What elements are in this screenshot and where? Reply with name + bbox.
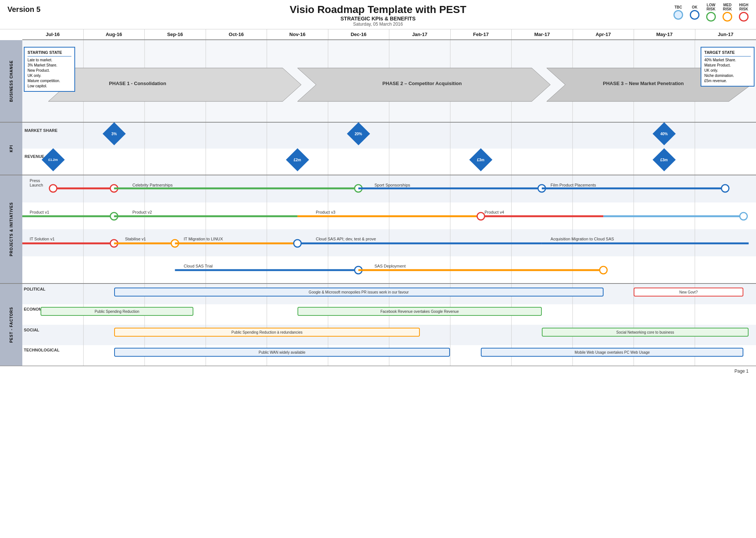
starting-state-line1: Late to market. <box>28 58 71 63</box>
month-jul16: Jul-16 <box>22 29 84 39</box>
timeline-header: Jul-16 Aug-16 Sep-16 Oct-16 Nov-16 Dec-1… <box>22 29 756 40</box>
legend-tbc: TBC <box>673 5 683 20</box>
pest-label: PEST - FACTORS <box>9 307 13 343</box>
projects-content: PressLaunch Celebrity Partnerships Sport… <box>22 175 756 283</box>
sas-deployment-label: SAS Deployment <box>374 264 406 268</box>
cloud-sas-trial-label: Cloud SAS Trial <box>184 264 213 268</box>
target-state-title: TARGET STATE <box>704 50 751 56</box>
target-state-box: TARGET STATE 40% Market Share. Mature Pr… <box>701 47 755 87</box>
legend: TBC OK LOWRISK MEDRISK HIGHRISK <box>673 3 749 22</box>
header-title: Visio Roadmap Template with PEST <box>7 4 749 16</box>
legend-ok: OK <box>690 5 699 20</box>
kpi-content: MARKET SHARE REVENUE 3% 20% 40% £1.2m £2… <box>22 123 756 175</box>
target-state-line2: Mature Product. <box>704 63 751 68</box>
starting-state-line4: UK only. <box>28 73 71 78</box>
month-dec16: Dec-16 <box>328 29 390 39</box>
product-v2-label: Product v2 <box>132 210 152 214</box>
stabilise-label: Stabilise v1 <box>125 237 146 241</box>
kpi-label-col: KPI <box>0 123 22 175</box>
month-mar17: Mar-17 <box>512 29 573 39</box>
market-share-label: MARKET SHARE <box>25 128 58 133</box>
legend-high-risk: HIGHRISK <box>739 3 749 22</box>
pest-tech-mobile: Mobile Web Usage overtakes PC Web Usage <box>481 348 743 357</box>
month-may17: May-17 <box>634 29 695 39</box>
product-v1-label: Product v1 <box>30 210 49 214</box>
starting-state-line6: Low capitol. <box>28 84 71 89</box>
legend-med-risk: MEDRISK <box>723 3 732 22</box>
pest-tech-wan: Public WAN widely available <box>114 348 450 357</box>
kpi-section: KPI MARKET SHARE <box>0 123 756 175</box>
legend-low-risk: LOWRISK <box>706 3 716 22</box>
svg-marker-11 <box>48 68 301 101</box>
target-state-line1: 40% Market Share. <box>704 58 751 63</box>
acquisition-migration-label: Acquisition Migration to Cloud SAS <box>551 237 614 241</box>
sport-sponsorships-label: Sport Sponsorships <box>374 183 410 187</box>
press-launch-label: PressLaunch <box>30 178 43 187</box>
it-migration-label: IT Migration to LINUX <box>184 237 223 241</box>
kpi-label: KPI <box>9 145 13 152</box>
revenue-label: REVENUE <box>25 154 44 159</box>
business-change-section: BUSINESS CHANGE STARTING STATE Late to <box>0 40 756 123</box>
pest-section: PEST - FACTORS POLIT <box>0 284 756 366</box>
svg-point-53 <box>477 213 485 220</box>
header: Version 5 Visio Roadmap Template with PE… <box>0 0 756 29</box>
svg-text:PHASE 2 – Competitor Acquisiti: PHASE 2 – Competitor Acquisition <box>382 81 461 86</box>
cloud-sas-api-label: Cloud SAS API; dev, test & prove <box>316 237 376 241</box>
starting-state-title: STARTING STATE <box>28 50 71 56</box>
target-state-line5: £5m revenue. <box>704 78 751 84</box>
technological-label: TECHNOLOGICAL <box>24 348 59 352</box>
version-label: Version 5 <box>7 5 41 14</box>
target-state-line4: Niche domination. <box>704 73 751 78</box>
svg-text:PHASE 3 – New Market Penetrati: PHASE 3 – New Market Penetration <box>603 81 684 86</box>
pest-social-networking: Social Networking core to business <box>542 328 749 337</box>
starting-state-line3: New Product. <box>28 68 71 73</box>
projects-label-col: PROJECTS & INITIATIVES <box>0 175 22 283</box>
product-v3-label: Product v3 <box>316 210 335 214</box>
header-date: Saturday, 05 March 2016 <box>7 22 749 27</box>
it-solution-label: IT Solution v1 <box>30 237 55 241</box>
month-jun17: Jun-17 <box>695 29 756 39</box>
month-aug16: Aug-16 <box>84 29 145 39</box>
page-number: Page 1 <box>734 369 749 374</box>
political-label: POLITICAL <box>24 287 45 291</box>
pest-political-newgovt: New Govt? <box>634 288 744 296</box>
projects-section: PROJECTS & INITIATIVES <box>0 175 756 284</box>
month-apr17: Apr-17 <box>573 29 634 39</box>
footer: Page 1 <box>0 366 756 376</box>
biz-grid <box>22 40 756 122</box>
pest-economical-spending: Public Spending Reduction <box>41 307 193 316</box>
starting-state-line2: 3% Market Share. <box>28 63 71 68</box>
pest-political-google: Google & Microsoft monopolies PR issues … <box>114 288 604 296</box>
pest-label-col: PEST - FACTORS <box>0 284 22 366</box>
svg-point-68 <box>600 266 607 274</box>
pest-social-spending: Public Spending Reduction à redundancies <box>114 328 420 337</box>
svg-point-40 <box>49 185 57 192</box>
celebrity-partnerships-label: Celebrity Partnerships <box>132 183 173 187</box>
business-change-label-col: BUSINESS CHANGE <box>0 40 22 122</box>
month-jan17: Jan-17 <box>389 29 451 39</box>
starting-state-line5: Mature competition. <box>28 78 71 84</box>
pest-content: POLITICAL ECONOMICAL SOCIAL TECHNOLOGICA… <box>22 284 756 366</box>
month-feb17: Feb-17 <box>451 29 512 39</box>
social-label: SOCIAL <box>24 328 39 332</box>
projects-label: PROJECTS & INITIATIVES <box>9 202 13 256</box>
svg-point-55 <box>740 213 747 220</box>
svg-point-47 <box>721 185 729 192</box>
header-subtitle: STRATEGIC KPIs & BENEFITS <box>7 16 749 22</box>
svg-marker-13 <box>297 68 550 101</box>
pest-economical-facebook: Facebook Revenue overtakes Google Revenu… <box>297 307 542 316</box>
svg-text:PHASE 1 - Consolidation: PHASE 1 - Consolidation <box>109 81 166 86</box>
product-v4-label: Product v4 <box>485 210 504 214</box>
film-placements-label: Film Product Placements <box>551 183 596 187</box>
target-state-line3: UK only. <box>704 68 751 73</box>
month-nov16: Nov-16 <box>267 29 328 39</box>
phase-arrows: PHASE 1 - Consolidation PHASE 2 – Compet… <box>22 66 756 103</box>
month-oct16: Oct-16 <box>206 29 267 39</box>
business-change-label: BUSINESS CHANGE <box>9 60 13 102</box>
business-change-content: STARTING STATE Late to market. 3% Market… <box>22 40 756 122</box>
starting-state-box: STARTING STATE Late to market. 3% Market… <box>24 47 75 92</box>
svg-point-62 <box>294 240 301 247</box>
month-sep16: Sep-16 <box>145 29 206 39</box>
